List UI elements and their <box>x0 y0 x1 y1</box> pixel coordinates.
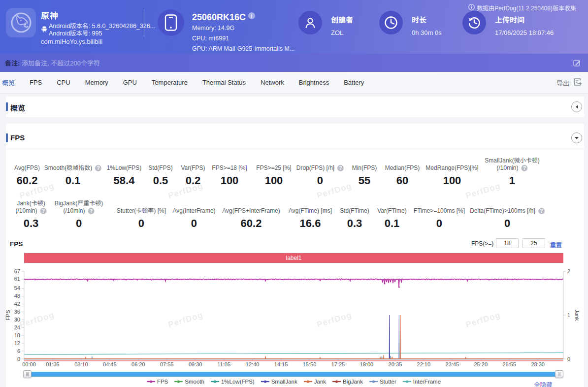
device-cpu: CPU: mt6991 <box>192 35 229 42</box>
duration-icon <box>379 11 403 34</box>
header: 原神 Android版本名: 5.6.0_32604286_326... And… <box>0 0 588 54</box>
stat-median-fps-: Median(FPS)60 <box>385 156 420 187</box>
stat-drop-fps-h-: Drop(FPS) [/h]?0 <box>296 156 344 187</box>
legend-marker-icon <box>304 379 312 384</box>
stat-value: 0 <box>172 217 215 230</box>
legend-smalljank[interactable]: SmallJank <box>261 379 297 385</box>
help-icon[interactable]: ? <box>538 208 545 214</box>
chevron-down-icon <box>574 136 579 140</box>
stat-var-ftime-: Var(FTime)0.1 <box>377 198 406 230</box>
tab-thermal-status[interactable]: Thermal Status <box>202 79 246 86</box>
creator-icon <box>298 11 322 34</box>
tab-gpu[interactable]: GPU <box>123 79 137 86</box>
fps-accent <box>6 133 8 142</box>
perfdog-logo-icon <box>6 8 36 37</box>
tab-cpu[interactable]: CPU <box>57 79 70 86</box>
hide-all-link[interactable]: 全隐藏 <box>534 380 553 387</box>
edit-icon <box>573 59 581 66</box>
stat-value: 0.3 <box>15 217 46 230</box>
stat-value: 58.4 <box>107 174 142 187</box>
stat-value: 16.6 <box>289 217 332 230</box>
help-icon[interactable]: ? <box>88 208 95 214</box>
stat-value: 100 <box>425 174 478 187</box>
stat-value: 0.3 <box>340 217 369 230</box>
stat-medrange-fps-%-: MedRange(FPS)[%]100 <box>425 156 478 187</box>
legend-marker-icon <box>174 379 183 384</box>
chart-scrollbar-left-handle[interactable] <box>23 370 32 378</box>
legend-smooth[interactable]: Smooth <box>174 379 204 385</box>
tab-fps[interactable]: FPS <box>30 79 42 86</box>
tab-temperature[interactable]: Temperature <box>152 79 188 86</box>
remark-bar[interactable]: 备注: 添加备注, 不超过200个字符 <box>0 54 588 72</box>
device-info-icon[interactable] <box>248 11 255 22</box>
help-icon[interactable]: ? <box>95 165 101 171</box>
chart-scrollbar[interactable] <box>24 372 563 377</box>
stat-value: 60.2 <box>222 217 280 230</box>
creator-label: 创建者 <box>331 14 353 25</box>
legend-marker-icon <box>211 379 219 384</box>
legend-1-low-fps-[interactable]: 1%Low(FPS) <box>211 379 255 385</box>
export-button[interactable]: 导出 <box>556 72 582 94</box>
tab-bar: 概览FPSCPUMemoryGPUTemperatureThermal Stat… <box>0 72 588 94</box>
tab-memory[interactable]: Memory <box>85 79 108 86</box>
stat-value: 0.1 <box>44 174 101 187</box>
overview-accent <box>6 102 8 111</box>
stat-value: 0 <box>55 217 103 230</box>
chart-legend: FPSSmooth1%Low(FPS)SmallJankJankBigJankS… <box>24 379 563 385</box>
legend-bigjank[interactable]: BigJank <box>332 379 363 385</box>
tab-概览[interactable]: 概览 <box>2 78 15 87</box>
info-circle-icon <box>468 4 475 10</box>
tab-battery[interactable]: Battery <box>344 79 364 86</box>
chart-scrollbar-right-handle[interactable] <box>555 370 563 378</box>
stat-jank-: Jank(卡顿)(/10min)?0.3 <box>15 198 46 230</box>
stat-avg-ftime-ms-: Avg(FTime) [ms]16.6 <box>289 198 332 230</box>
fps-section-title: FPS <box>10 133 25 142</box>
stat-avg-fps-interframe-: Avg(FPS+InterFrame)60.2 <box>222 198 280 230</box>
legend-marker-icon <box>369 379 378 384</box>
upload-history-icon <box>467 16 481 30</box>
stat-fps-25-%-: FPS>=25 [%]100 <box>256 156 291 187</box>
tab-network[interactable]: Network <box>261 79 284 86</box>
stat-value: 0 <box>117 217 166 230</box>
legend-jank[interactable]: Jank <box>304 379 326 385</box>
legend-fps[interactable]: FPS <box>147 379 168 385</box>
remark-edit-icon[interactable] <box>573 59 581 68</box>
stat-1%low-fps-: 1%Low(FPS)58.4 <box>107 156 142 187</box>
stat-std-ftime-: Std(FTime)0.3 <box>340 198 369 230</box>
remark-placeholder[interactable]: 添加备注, 不超过200个字符 <box>22 58 100 67</box>
stat-value: 60.2 <box>14 174 40 187</box>
collect-note: 数据由PerfDog(11.2.250408)版本收集 <box>468 3 576 12</box>
stat-ftime-100ms-%-: FTime>=100ms [%]0 <box>414 198 465 230</box>
tab-brightness[interactable]: Brightness <box>299 79 329 86</box>
fps-threshold-input-1[interactable] <box>496 238 519 248</box>
legend-interframe[interactable]: InterFrame <box>403 379 441 385</box>
help-icon[interactable]: ? <box>522 165 528 171</box>
stat-value: 0.5 <box>148 174 172 187</box>
fps-threshold-label: FPS(>=) <box>471 240 493 247</box>
clock-icon <box>384 16 398 30</box>
android-version-code: Android版本号: 995 <box>49 30 155 37</box>
fps-collapse-button[interactable] <box>571 132 582 143</box>
device-memory: Memory: 14.9G <box>192 25 234 32</box>
overview-collapse-button[interactable] <box>571 101 582 112</box>
help-icon[interactable]: ? <box>40 208 47 214</box>
stat-value: 0 <box>296 174 344 187</box>
help-icon[interactable]: ? <box>337 165 344 171</box>
android-robot-icon <box>41 26 47 32</box>
device-model: 25060RK16C <box>192 11 255 23</box>
legend-stutter[interactable]: Stutter <box>369 379 396 385</box>
chevron-left-icon <box>575 104 579 109</box>
app-name: 原神 <box>41 9 59 21</box>
stat-value: 0 <box>470 217 545 230</box>
stat-var-fps-: Var(FPS)0.2 <box>181 156 205 187</box>
export-icon <box>574 78 582 86</box>
header-divider <box>144 9 144 37</box>
fps-threshold-input-2[interactable] <box>523 238 545 248</box>
reset-button[interactable]: 重置 <box>550 240 562 249</box>
android-version-name: Android版本名: 5.6.0_32604286_326... <box>49 23 155 30</box>
phone-icon <box>158 9 184 36</box>
stat-std-fps-: Std(FPS)0.5 <box>148 156 172 187</box>
legend-marker-icon <box>403 379 411 384</box>
stat-avg-interframe-: Avg(InterFrame)0 <box>172 198 215 230</box>
android-icon <box>41 26 47 34</box>
